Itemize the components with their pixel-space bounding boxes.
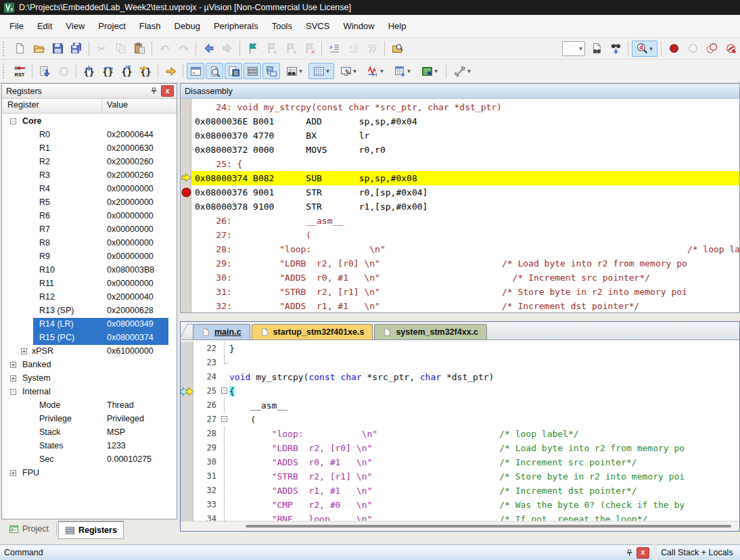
watch-windows-button[interactable]: ▾ (281, 63, 307, 79)
command-dock[interactable]: Command x (0, 544, 653, 560)
register-row[interactable]: R110x00000000 (2, 277, 177, 291)
column-value[interactable]: Value (102, 99, 177, 113)
register-row[interactable]: R20x20000260 (2, 156, 177, 169)
editor-margin[interactable] (181, 413, 193, 427)
register-row[interactable]: -Internal (2, 386, 177, 399)
serial-windows-button[interactable]: ▾ (336, 63, 361, 79)
register-row[interactable]: ModeThread (2, 399, 177, 413)
source-line[interactable]: 25-{ (181, 384, 739, 398)
toolbar-grip[interactable] (3, 41, 7, 56)
symbol-window-button[interactable]: S (225, 63, 242, 79)
editor-margin[interactable] (181, 398, 193, 413)
menu-peripherals[interactable]: Peripherals (207, 18, 265, 34)
editor-margin[interactable] (181, 484, 193, 498)
expand-toggle[interactable]: - (10, 389, 16, 395)
step-out-button[interactable]: {} (118, 63, 135, 79)
register-row[interactable]: PrivilegePrivileged (2, 413, 177, 426)
disassembly-line[interactable]: 0x08000378 9100 STR r1,[sp,#0x00] (181, 200, 739, 214)
editor-tab-system-stm32f4xx-c[interactable]: system_stm32f4xx.c (374, 324, 487, 340)
register-row[interactable]: R15 (PC)0x08000374 (2, 331, 177, 345)
reset-cpu-button[interactable]: RST (11, 63, 28, 79)
register-row[interactable]: R14 (LR)0x08000349 (2, 318, 177, 331)
call-stack-window-button[interactable] (262, 63, 280, 79)
undo-button[interactable] (156, 41, 173, 57)
register-row[interactable]: +xPSR0x61000000 (2, 345, 177, 358)
disassembly-line[interactable]: 0x08000376 9001 STR r0,[sp,#0x04] (181, 185, 739, 200)
register-row[interactable]: R13 (SP)0x20000628 (2, 304, 177, 318)
fold-toggle-icon[interactable]: - (221, 416, 227, 422)
enable-disable-breakpoint-button[interactable] (684, 41, 701, 57)
register-row[interactable]: R90x00000000 (2, 250, 177, 264)
incremental-find-button[interactable] (607, 41, 624, 57)
redo-button[interactable] (175, 41, 192, 57)
editor-margin[interactable] (181, 384, 193, 398)
disassembly-line[interactable]: 0x08000370 4770 BX lr (181, 129, 739, 143)
register-row[interactable]: -Core (2, 115, 177, 129)
new-file-button[interactable] (11, 41, 28, 57)
register-row[interactable]: R40x00000000 (2, 183, 177, 196)
fold-margin[interactable]: - (220, 413, 229, 427)
menu-window[interactable]: Window (336, 18, 381, 34)
fold-margin[interactable] (220, 356, 229, 370)
fold-margin[interactable] (220, 512, 229, 521)
source-line[interactable]: 26 __asm__ (181, 398, 739, 413)
disassembly-line[interactable]: 32: "ADDS r1, #1 \n" /* Increment dst po… (181, 299, 739, 312)
expand-toggle[interactable]: - (10, 118, 16, 124)
save-all-button[interactable] (68, 41, 85, 57)
close-icon[interactable]: x (637, 547, 649, 559)
insert-remove-breakpoint-button[interactable] (665, 41, 683, 57)
cut-button[interactable]: ✂ (93, 41, 110, 57)
disassembly-window-button[interactable] (206, 63, 223, 79)
fold-margin[interactable] (220, 469, 229, 484)
editor-margin[interactable] (181, 455, 193, 469)
register-row[interactable]: R50x20000000 (2, 196, 177, 210)
register-row[interactable]: R120x20000040 (2, 291, 177, 304)
source-line[interactable]: 31 "STRB r2, [r1] \n" /* Store byte in r… (181, 469, 739, 484)
navigate-back-button[interactable] (200, 41, 217, 57)
copy-button[interactable] (112, 41, 129, 57)
debug-settings-button[interactable]: ▾ (450, 63, 476, 79)
disassembly-gutter[interactable] (181, 99, 191, 312)
source-line[interactable]: 30 "ADDS r0, #1 \n" /* Increment src poi… (181, 455, 739, 469)
source-line[interactable]: 33 "CMP r2, #0 \n" /* Was the byte 0? (c… (181, 498, 739, 512)
fold-toggle-icon[interactable]: - (221, 388, 227, 394)
source-line[interactable]: 29 "LDRB r2, [r0] \n" /* Load byte into … (181, 441, 739, 455)
horizontal-scrollbar[interactable] (181, 521, 739, 531)
menu-tools[interactable]: Tools (265, 18, 299, 34)
fold-margin[interactable] (220, 498, 229, 512)
register-row[interactable]: StackMSP (2, 426, 177, 440)
source-line[interactable]: 27- ( (181, 413, 739, 427)
memory-windows-button[interactable]: ▾ (308, 63, 334, 79)
menu-edit[interactable]: Edit (30, 18, 59, 34)
start-stop-debug-session-button[interactable]: d▾ (632, 41, 657, 57)
column-register[interactable]: Register (2, 99, 102, 113)
editor-margin[interactable] (181, 441, 193, 455)
menu-project[interactable]: Project (91, 18, 132, 34)
menu-svcs[interactable]: SVCS (299, 18, 336, 34)
open-file-button[interactable] (30, 41, 47, 57)
editor-margin[interactable] (181, 498, 193, 512)
next-bookmark-button[interactable] (262, 41, 280, 57)
call-stack-dock[interactable]: Call Stack + Locals (657, 544, 740, 560)
toolbox-button[interactable]: ▾ (417, 63, 442, 79)
analysis-windows-button[interactable]: t▾ (363, 63, 388, 79)
search-combobox[interactable]: ▾ (562, 41, 585, 56)
paste-button[interactable] (131, 41, 148, 57)
fold-margin[interactable] (220, 370, 229, 384)
source-line[interactable]: 28 "loop: \n" /* loop label*/ (181, 427, 739, 441)
disassembly-line[interactable]: 30: "ADDS r0, #1 \n" /* Increment src po… (181, 271, 739, 285)
comment-selection-button[interactable] (363, 41, 381, 57)
disable-all-breakpoints-button[interactable] (703, 41, 720, 57)
save-button[interactable] (49, 41, 66, 57)
code-editor[interactable]: 22}2324void my_strcpy(const char *src_pt… (181, 340, 739, 521)
close-icon[interactable]: x (161, 85, 174, 97)
find-in-files-dialog-button[interactable] (588, 41, 605, 57)
run-button[interactable] (36, 63, 53, 79)
fold-margin[interactable] (220, 342, 229, 356)
pin-icon[interactable] (624, 547, 634, 558)
horizontal-splitter[interactable] (180, 313, 740, 321)
editor-margin[interactable] (181, 469, 193, 484)
disassembly-line[interactable]: 0x0800036E B001 ADD sp,sp,#0x04 (181, 114, 739, 129)
disassembly-line[interactable]: 0x08000374 B082 SUB sp,sp,#0x08 (181, 171, 739, 185)
register-row[interactable]: Sec0.00010275 (2, 453, 177, 467)
